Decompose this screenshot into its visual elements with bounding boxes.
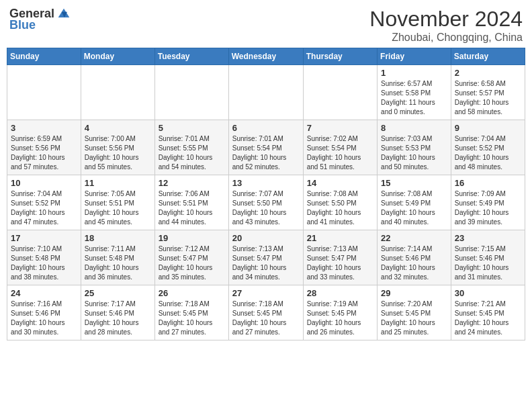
calendar-cell: 4Sunrise: 7:00 AM Sunset: 5:56 PM Daylig… — [81, 120, 154, 175]
calendar-cell: 20Sunrise: 7:13 AM Sunset: 5:47 PM Dayli… — [228, 230, 303, 285]
weekday-header: Saturday — [451, 48, 525, 65]
weekday-header: Friday — [378, 48, 451, 65]
day-info: Sunrise: 7:10 AM Sunset: 5:48 PM Dayligh… — [11, 244, 77, 282]
day-info: Sunrise: 7:06 AM Sunset: 5:51 PM Dayligh… — [159, 189, 225, 227]
calendar-cell: 13Sunrise: 7:07 AM Sunset: 5:50 PM Dayli… — [228, 175, 303, 230]
logo-blue-text: Blue — [9, 18, 36, 32]
day-number: 3 — [11, 123, 77, 133]
calendar-week-row: 3Sunrise: 6:59 AM Sunset: 5:56 PM Daylig… — [7, 120, 525, 175]
calendar-week-row: 10Sunrise: 7:04 AM Sunset: 5:52 PM Dayli… — [7, 175, 525, 230]
day-info: Sunrise: 7:05 AM Sunset: 5:51 PM Dayligh… — [85, 189, 151, 227]
day-number: 17 — [11, 233, 77, 243]
day-number: 21 — [307, 233, 373, 243]
day-info: Sunrise: 7:13 AM Sunset: 5:47 PM Dayligh… — [307, 244, 373, 282]
calendar-cell: 10Sunrise: 7:04 AM Sunset: 5:52 PM Dayli… — [7, 175, 81, 230]
day-info: Sunrise: 7:04 AM Sunset: 5:52 PM Dayligh… — [455, 134, 521, 172]
calendar-cell: 27Sunrise: 7:18 AM Sunset: 5:45 PM Dayli… — [228, 285, 303, 340]
day-info: Sunrise: 7:16 AM Sunset: 5:46 PM Dayligh… — [11, 300, 77, 337]
calendar-cell: 23Sunrise: 7:15 AM Sunset: 5:46 PM Dayli… — [451, 230, 525, 285]
title-section: November 2024 Zhoubai, Chongqing, China — [369, 7, 523, 44]
day-number: 22 — [381, 233, 447, 243]
calendar-cell: 24Sunrise: 7:16 AM Sunset: 5:46 PM Dayli… — [7, 285, 81, 340]
day-info: Sunrise: 7:20 AM Sunset: 5:45 PM Dayligh… — [381, 300, 447, 337]
month-title: November 2024 — [369, 7, 523, 32]
calendar-cell: 17Sunrise: 7:10 AM Sunset: 5:48 PM Dayli… — [7, 230, 81, 285]
calendar-cell: 15Sunrise: 7:08 AM Sunset: 5:49 PM Dayli… — [378, 175, 451, 230]
day-info: Sunrise: 6:59 AM Sunset: 5:56 PM Dayligh… — [11, 134, 77, 172]
weekday-header: Thursday — [303, 48, 377, 65]
calendar-cell: 28Sunrise: 7:19 AM Sunset: 5:45 PM Dayli… — [303, 285, 377, 340]
day-info: Sunrise: 7:17 AM Sunset: 5:46 PM Dayligh… — [85, 300, 151, 337]
calendar-cell: 26Sunrise: 7:18 AM Sunset: 5:45 PM Dayli… — [154, 285, 228, 340]
day-number: 26 — [159, 288, 225, 298]
calendar-cell: 2Sunrise: 6:58 AM Sunset: 5:57 PM Daylig… — [451, 65, 525, 120]
day-number: 28 — [307, 288, 373, 298]
day-info: Sunrise: 7:19 AM Sunset: 5:45 PM Dayligh… — [307, 300, 373, 337]
day-number: 12 — [159, 178, 225, 188]
day-number: 16 — [455, 178, 521, 188]
day-number: 25 — [85, 288, 151, 298]
day-info: Sunrise: 7:11 AM Sunset: 5:48 PM Dayligh… — [85, 244, 151, 282]
day-number: 1 — [381, 68, 447, 78]
day-number: 29 — [381, 288, 447, 298]
day-number: 27 — [232, 288, 300, 298]
day-info: Sunrise: 7:18 AM Sunset: 5:45 PM Dayligh… — [159, 300, 225, 337]
day-info: Sunrise: 7:07 AM Sunset: 5:50 PM Dayligh… — [232, 189, 300, 227]
day-number: 24 — [11, 288, 77, 298]
calendar-week-row: 1Sunrise: 6:57 AM Sunset: 5:58 PM Daylig… — [7, 65, 525, 120]
location: Zhoubai, Chongqing, China — [369, 32, 523, 44]
day-number: 15 — [381, 178, 447, 188]
calendar-cell: 14Sunrise: 7:08 AM Sunset: 5:50 PM Dayli… — [303, 175, 377, 230]
day-info: Sunrise: 7:04 AM Sunset: 5:52 PM Dayligh… — [11, 189, 77, 227]
day-number: 5 — [159, 123, 225, 133]
calendar-cell: 19Sunrise: 7:12 AM Sunset: 5:47 PM Dayli… — [154, 230, 228, 285]
calendar-cell — [7, 65, 81, 120]
day-number: 6 — [232, 123, 300, 133]
day-info: Sunrise: 7:08 AM Sunset: 5:50 PM Dayligh… — [307, 189, 373, 227]
calendar-cell — [81, 65, 154, 120]
day-info: Sunrise: 6:57 AM Sunset: 5:58 PM Dayligh… — [381, 79, 447, 117]
day-info: Sunrise: 7:01 AM Sunset: 5:55 PM Dayligh… — [159, 134, 225, 172]
calendar-cell: 22Sunrise: 7:14 AM Sunset: 5:46 PM Dayli… — [378, 230, 451, 285]
calendar-cell: 9Sunrise: 7:04 AM Sunset: 5:52 PM Daylig… — [451, 120, 525, 175]
day-number: 10 — [11, 178, 77, 188]
calendar-cell: 12Sunrise: 7:06 AM Sunset: 5:51 PM Dayli… — [154, 175, 228, 230]
calendar-cell: 7Sunrise: 7:02 AM Sunset: 5:54 PM Daylig… — [303, 120, 377, 175]
weekday-header: Sunday — [7, 48, 81, 65]
calendar-cell: 30Sunrise: 7:21 AM Sunset: 5:45 PM Dayli… — [451, 285, 525, 340]
calendar-cell — [303, 65, 377, 120]
calendar-cell: 25Sunrise: 7:17 AM Sunset: 5:46 PM Dayli… — [81, 285, 154, 340]
calendar-cell: 1Sunrise: 6:57 AM Sunset: 5:58 PM Daylig… — [378, 65, 451, 120]
calendar-cell — [154, 65, 228, 120]
day-info: Sunrise: 7:18 AM Sunset: 5:45 PM Dayligh… — [232, 300, 300, 337]
day-number: 11 — [85, 178, 151, 188]
day-info: Sunrise: 7:03 AM Sunset: 5:53 PM Dayligh… — [381, 134, 447, 172]
day-number: 18 — [85, 233, 151, 243]
day-info: Sunrise: 7:12 AM Sunset: 5:47 PM Dayligh… — [159, 244, 225, 282]
day-info: Sunrise: 7:21 AM Sunset: 5:45 PM Dayligh… — [455, 300, 521, 337]
calendar-cell: 11Sunrise: 7:05 AM Sunset: 5:51 PM Dayli… — [81, 175, 154, 230]
calendar-week-row: 24Sunrise: 7:16 AM Sunset: 5:46 PM Dayli… — [7, 285, 525, 340]
weekday-header: Tuesday — [154, 48, 228, 65]
day-info: Sunrise: 7:08 AM Sunset: 5:49 PM Dayligh… — [381, 189, 447, 227]
day-number: 9 — [455, 123, 521, 133]
day-number: 23 — [455, 233, 521, 243]
calendar-cell — [228, 65, 303, 120]
day-info: Sunrise: 6:58 AM Sunset: 5:57 PM Dayligh… — [455, 79, 521, 117]
day-info: Sunrise: 7:15 AM Sunset: 5:46 PM Dayligh… — [455, 244, 521, 282]
calendar-cell: 5Sunrise: 7:01 AM Sunset: 5:55 PM Daylig… — [154, 120, 228, 175]
day-number: 19 — [159, 233, 225, 243]
day-info: Sunrise: 7:00 AM Sunset: 5:56 PM Dayligh… — [85, 134, 151, 172]
calendar-cell: 29Sunrise: 7:20 AM Sunset: 5:45 PM Dayli… — [378, 285, 451, 340]
weekday-header: Wednesday — [228, 48, 303, 65]
calendar-cell: 3Sunrise: 6:59 AM Sunset: 5:56 PM Daylig… — [7, 120, 81, 175]
weekday-header: Monday — [81, 48, 154, 65]
calendar-cell: 8Sunrise: 7:03 AM Sunset: 5:53 PM Daylig… — [378, 120, 451, 175]
day-number: 20 — [232, 233, 300, 243]
day-number: 30 — [455, 288, 521, 298]
day-info: Sunrise: 7:02 AM Sunset: 5:54 PM Dayligh… — [307, 134, 373, 172]
day-number: 8 — [381, 123, 447, 133]
page-header: General Blue November 2024 Zhoubai, Chon… — [7, 7, 525, 44]
day-number: 14 — [307, 178, 373, 188]
day-info: Sunrise: 7:09 AM Sunset: 5:49 PM Dayligh… — [455, 189, 521, 227]
